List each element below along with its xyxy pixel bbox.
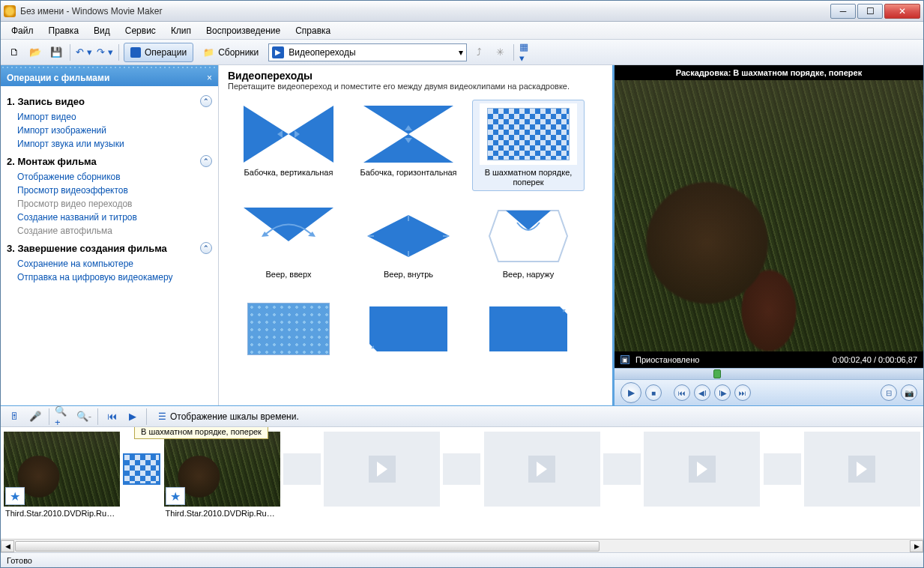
menu-edit[interactable]: Правка: [43, 24, 85, 37]
menu-tools[interactable]: Сервис: [119, 24, 162, 37]
storyboard-transition[interactable]: [123, 432, 161, 507]
storyboard-clip-empty[interactable]: [324, 432, 440, 507]
preview-status-bar: ▣ Приостановлено 0:00:02,40 / 0:00:06,87: [615, 351, 923, 368]
task-item[interactable]: Создание названий и титров: [7, 211, 212, 224]
transition-label: Веер, вверх: [266, 267, 312, 280]
transition-item[interactable]: Бабочка, горизонтальная: [352, 100, 465, 191]
menu-file[interactable]: Файл: [5, 24, 40, 37]
storyboard-transition-empty[interactable]: [763, 432, 801, 507]
video-frame: [615, 80, 923, 351]
close-tasks-icon[interactable]: ×: [207, 73, 212, 83]
split-button[interactable]: ⊟: [881, 384, 897, 401]
scroll-right-icon[interactable]: ▶: [910, 540, 923, 552]
undo-button[interactable]: ↶ ▾: [75, 43, 93, 61]
horizontal-scrollbar[interactable]: ◀ ▶: [1, 539, 923, 552]
transition-item[interactable]: Бабочка, вертикальная: [232, 100, 345, 191]
operations-button[interactable]: Операции: [124, 43, 193, 62]
storyboard-clip-empty[interactable]: [484, 432, 600, 507]
effect-badge-icon[interactable]: ★: [5, 487, 25, 505]
storyboard-clip-empty[interactable]: [804, 432, 920, 507]
task-section-header[interactable]: 1. Запись видео⌃: [7, 95, 212, 107]
separator: [146, 408, 147, 425]
folder-icon: 📁: [203, 47, 214, 58]
play-button[interactable]: ▶: [620, 382, 641, 403]
redo-button[interactable]: ↷ ▾: [96, 43, 114, 61]
transition-thumb-icon: [480, 205, 577, 267]
collections-button[interactable]: 📁 Сборники: [196, 43, 265, 62]
preview-controls: ▶ ■ ⏮ ◀Ⅰ Ⅰ▶ ⏭ ⊟ 📷: [615, 380, 923, 405]
seek-thumb[interactable]: [713, 369, 721, 378]
stop-button[interactable]: ■: [645, 384, 662, 401]
task-item[interactable]: Просмотр видеоэффектов: [7, 184, 212, 197]
save-button[interactable]: 💾: [47, 43, 65, 61]
narrate-button[interactable]: 🎤: [26, 408, 44, 426]
task-item[interactable]: Импорт изображений: [7, 124, 212, 137]
transition-item[interactable]: Веер, наружу: [472, 202, 585, 283]
menubar: Файл Правка Вид Сервис Клип Воспроизведе…: [1, 22, 923, 40]
menu-help[interactable]: Справка: [289, 24, 336, 37]
storyboard-transition-empty[interactable]: [603, 432, 641, 507]
transition-item[interactable]: [472, 294, 585, 363]
task-section-title: 3. Завершение создания фильма: [7, 243, 167, 254]
effect-badge-icon[interactable]: ★: [166, 487, 185, 505]
menu-clip[interactable]: Клип: [165, 24, 197, 37]
preview-seek-track[interactable]: [615, 368, 923, 380]
task-section-header[interactable]: 2. Монтаж фильма⌃: [7, 155, 212, 167]
task-item[interactable]: Отображение сборников: [7, 170, 212, 184]
preview-video: [615, 80, 923, 351]
transition-item[interactable]: Веер, внутрь: [352, 202, 465, 283]
minimize-button[interactable]: ─: [830, 4, 856, 19]
close-button[interactable]: ✕: [884, 4, 920, 19]
preview-title: Раскадровка: В шахматном порядке, попере…: [615, 65, 923, 80]
new-button[interactable]: 🗋: [5, 43, 23, 61]
new-folder-button[interactable]: ✳: [491, 43, 509, 61]
step-back-button[interactable]: ◀Ⅰ: [694, 384, 710, 401]
play-storyboard-button[interactable]: ▶: [124, 408, 142, 426]
up-folder-button[interactable]: ⤴: [470, 43, 488, 61]
zoom-in-button[interactable]: 🔍+: [54, 408, 72, 426]
transition-item[interactable]: [232, 294, 345, 363]
preview-panel: Раскадровка: В шахматном порядке, попере…: [612, 65, 923, 405]
collapse-icon[interactable]: ⌃: [200, 242, 212, 254]
scroll-thumb[interactable]: [15, 541, 600, 552]
transition-thumb-icon: [480, 298, 577, 360]
next-clip-button[interactable]: ⏭: [734, 384, 751, 401]
task-section-header[interactable]: 3. Завершение создания фильма⌃: [7, 242, 212, 254]
rewind-storyboard-button[interactable]: ⏮: [103, 408, 121, 426]
transition-item[interactable]: [352, 294, 465, 363]
task-item[interactable]: Отправка на цифровую видеокамеру: [7, 271, 212, 284]
transition-item[interactable]: Веер, вверх: [232, 202, 345, 283]
preview-status-text: Приостановлено: [635, 355, 699, 364]
monitor-icon: ▣: [620, 355, 629, 364]
transition-tooltip: В шахматном порядке, поперек: [134, 426, 268, 439]
collapse-icon[interactable]: ⌃: [200, 155, 212, 167]
view-mode-button[interactable]: ▦ ▾: [519, 43, 537, 61]
menu-view[interactable]: Вид: [88, 24, 116, 37]
transition-thumb-icon: [360, 103, 457, 165]
set-audio-button[interactable]: 🎚: [5, 408, 23, 426]
prev-clip-button[interactable]: ⏮: [674, 384, 690, 401]
task-item[interactable]: Импорт видео: [7, 110, 212, 124]
collections-label: Сборники: [218, 47, 259, 58]
scroll-left-icon[interactable]: ◀: [1, 540, 14, 552]
menu-playback[interactable]: Воспроизведение: [200, 24, 286, 37]
toggle-timeline-button[interactable]: ☰ Отображение шкалы времени.: [151, 407, 306, 426]
clip-label: Third.Star.2010.DVDRip.Rus-...: [4, 507, 120, 520]
snapshot-button[interactable]: 📷: [901, 384, 917, 401]
open-button[interactable]: 📂: [26, 43, 44, 61]
storyboard-transition-empty[interactable]: [443, 432, 481, 507]
storyboard-clip[interactable]: ★ Third.Star.2010.DVDRip.Rus-...: [4, 432, 120, 520]
task-item[interactable]: Сохранение на компьютере: [7, 257, 212, 271]
location-dropdown[interactable]: ▶ Видеопереходы ▾: [268, 43, 467, 61]
task-section-title: 1. Запись видео: [7, 96, 85, 107]
storyboard-clip-empty[interactable]: [644, 432, 760, 507]
zoom-out-button[interactable]: 🔍-: [75, 408, 93, 426]
step-fwd-button[interactable]: Ⅰ▶: [714, 384, 731, 401]
maximize-button[interactable]: ☐: [857, 4, 883, 19]
storyboard-clip[interactable]: ★ Third.Star.2010.DVDRip.Rus-...: [164, 432, 280, 520]
clip-label: Third.Star.2010.DVDRip.Rus-...: [164, 507, 280, 520]
transition-item[interactable]: В шахматном порядке, поперек: [472, 100, 585, 191]
storyboard-transition-empty[interactable]: [283, 432, 321, 507]
task-item[interactable]: Импорт звука или музыки: [7, 137, 212, 151]
collapse-icon[interactable]: ⌃: [200, 95, 212, 107]
